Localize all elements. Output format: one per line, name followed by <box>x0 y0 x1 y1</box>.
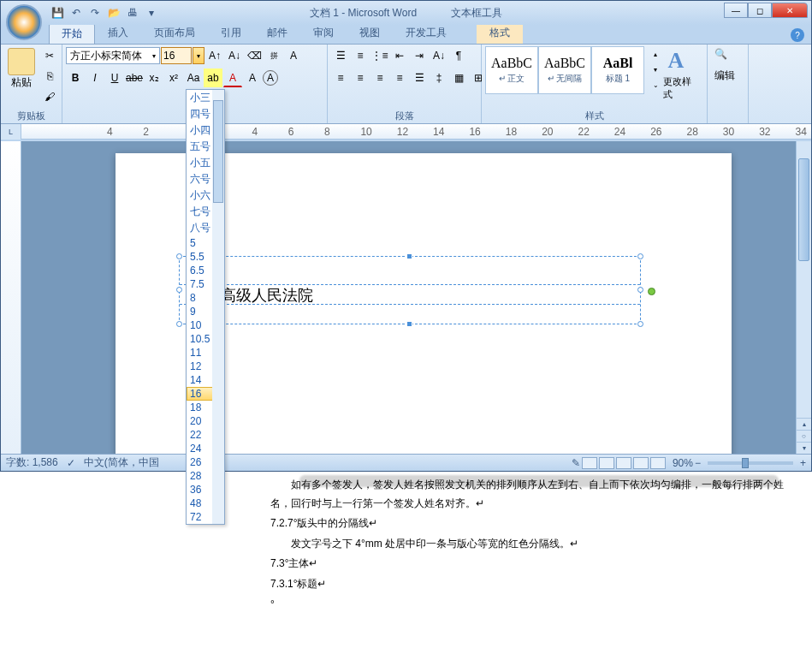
format-painter-icon[interactable]: 🖌 <box>40 87 59 106</box>
tab-mailings[interactable]: 邮件 <box>254 22 300 44</box>
tab-developer[interactable]: 开发工具 <box>393 22 459 44</box>
grow-font-icon[interactable]: A↑ <box>205 46 224 65</box>
editing-button[interactable]: 🔍 编辑 <box>711 46 738 85</box>
italic-button[interactable]: I <box>86 68 104 87</box>
distribute-icon[interactable]: ☰ <box>410 68 429 87</box>
view-fullscreen-icon[interactable] <box>599 457 614 469</box>
numbering-icon[interactable]: ≡ <box>351 46 370 65</box>
dropdown-scrollbar[interactable] <box>212 90 224 524</box>
save-icon[interactable]: 💾 <box>49 4 66 21</box>
cut-icon[interactable]: ✂ <box>40 46 59 65</box>
browse-object-icon[interactable]: ○ <box>797 430 811 442</box>
group-paragraph-label: 段落 <box>328 110 481 122</box>
track-changes-icon[interactable]: ✎ <box>572 457 580 469</box>
paste-label: 粘贴 <box>11 75 32 90</box>
shrink-font-icon[interactable]: A↓ <box>225 46 244 65</box>
multilevel-icon[interactable]: ⋮≡ <box>370 46 389 65</box>
titlebar: 💾 ↶ ↷ 📂 🖶 ▾ 文档 1 - Microsoft Word 文本框工具 … <box>1 1 811 25</box>
maximize-button[interactable]: ◻ <box>748 3 772 18</box>
tab-insert[interactable]: 插入 <box>95 22 141 44</box>
redo-icon[interactable]: ↷ <box>86 4 104 21</box>
ribbon-tabs: 开始 插入 页面布局 引用 邮件 审阅 视图 开发工具 格式 <box>1 25 811 44</box>
strike-button[interactable]: abe <box>125 68 144 87</box>
align-left-icon[interactable]: ≡ <box>331 68 350 87</box>
print-icon[interactable]: 🖶 <box>124 4 141 21</box>
close-button[interactable]: ✕ <box>772 3 808 18</box>
font-size-dropdown[interactable]: 小三四号小四五号小五六号小六七号八号55.56.57.5891010.51112… <box>186 89 225 525</box>
zoom-in-icon[interactable]: + <box>800 457 806 469</box>
office-button[interactable] <box>6 4 42 40</box>
scrollbar-thumb[interactable] <box>798 158 809 261</box>
change-styles-icon: A <box>668 48 696 75</box>
undo-icon[interactable]: ↶ <box>68 4 85 21</box>
font-family-select[interactable]: 方正小标宋简体▾ <box>66 47 160 64</box>
rotate-handle[interactable] <box>648 288 655 295</box>
view-print-icon[interactable] <box>582 457 597 469</box>
word-count[interactable]: 字数: 1,586 <box>6 455 58 470</box>
tab-home[interactable]: 开始 <box>49 23 95 44</box>
paste-button[interactable]: 粘贴 <box>4 46 39 92</box>
minimize-button[interactable]: — <box>724 3 748 18</box>
tab-layout[interactable]: 页面布局 <box>141 22 208 44</box>
open-icon[interactable]: 📂 <box>105 4 122 21</box>
view-web-icon[interactable] <box>616 457 631 469</box>
tab-references[interactable]: 引用 <box>208 22 254 44</box>
char-border-icon[interactable]: A <box>284 46 303 65</box>
phonetic-icon[interactable]: 拼 <box>264 46 283 65</box>
language-status[interactable]: 中文(简体，中国 <box>84 455 159 470</box>
font-size-dropdown-button[interactable]: ▾ <box>193 47 204 64</box>
style-normal[interactable]: AaBbC↵ 正文 <box>485 46 538 94</box>
style-heading1[interactable]: AaBl标题 1 <box>591 46 644 94</box>
justify-icon[interactable]: ≡ <box>390 68 409 87</box>
spell-check-icon[interactable]: ✓ <box>67 457 75 469</box>
clear-format-icon[interactable]: ⌫ <box>245 46 264 65</box>
group-clipboard-label: 剪贴板 <box>1 110 62 122</box>
textbox-content[interactable]: 高级人民法院 <box>180 284 640 305</box>
style-gallery[interactable]: AaBbC↵ 正文 AaBbC↵ 无间隔 AaBl标题 1 <box>485 46 644 94</box>
zoom-level[interactable]: 90% <box>673 457 693 469</box>
ruler-corner[interactable]: L <box>1 124 21 140</box>
quick-access-toolbar: 💾 ↶ ↷ 📂 🖶 ▾ <box>49 4 160 21</box>
view-draft-icon[interactable] <box>650 457 666 469</box>
group-styles-label: 样式 <box>482 110 707 122</box>
style-nospacing[interactable]: AaBbC↵ 无间隔 <box>538 46 591 94</box>
window-title: 文档 1 - Microsoft Word <box>310 6 417 21</box>
ruler-vertical[interactable] <box>1 141 21 454</box>
enclose-char-button[interactable]: A <box>263 70 278 86</box>
align-right-icon[interactable]: ≡ <box>370 68 389 87</box>
zoom-slider[interactable] <box>708 461 793 465</box>
line-spacing-icon[interactable]: ‡ <box>430 68 448 87</box>
textbox-selected[interactable]: 高级人民法院 <box>179 256 641 324</box>
document-area: 高级人民法院 ▴ ○ ▾ <box>1 141 811 454</box>
qat-more-icon[interactable]: ▾ <box>143 4 160 21</box>
subscript-button[interactable]: x₂ <box>145 68 163 87</box>
show-marks-icon[interactable]: ¶ <box>449 46 468 65</box>
scrollbar-vertical[interactable]: ▴ ○ ▾ <box>796 141 811 454</box>
prev-page-icon[interactable]: ▴ <box>797 418 811 430</box>
font-color-button[interactable]: A <box>223 68 242 87</box>
sort-icon[interactable]: A↓ <box>430 46 448 65</box>
help-icon[interactable]: ? <box>791 28 804 42</box>
change-styles-button[interactable]: A 更改样式 <box>660 46 703 103</box>
next-page-icon[interactable]: ▾ <box>797 442 811 454</box>
font-size-select[interactable]: 16 <box>161 47 192 64</box>
indent-dec-icon[interactable]: ⇤ <box>390 46 409 65</box>
shading-icon[interactable]: ▦ <box>449 68 468 87</box>
char-shading-button[interactable]: A <box>243 68 262 87</box>
ruler-horizontal[interactable]: L 42246810121416182022242628303234 <box>1 124 811 140</box>
align-center-icon[interactable]: ≡ <box>351 68 370 87</box>
change-case-button[interactable]: Aa <box>184 68 203 87</box>
underline-button[interactable]: U <box>105 68 124 87</box>
bold-button[interactable]: B <box>66 68 85 87</box>
external-document-text: 如有多个签发人，签发人姓名按照发文机关的排列顺序从左到右、自上而下依次均匀编排，… <box>270 476 792 615</box>
superscript-button[interactable]: x² <box>164 68 183 87</box>
bullets-icon[interactable]: ☰ <box>331 46 350 65</box>
tab-view[interactable]: 视图 <box>347 22 393 44</box>
copy-icon[interactable]: ⎘ <box>40 67 59 86</box>
highlight-button[interactable]: ab <box>204 68 222 87</box>
tab-format[interactable]: 格式 <box>477 22 523 44</box>
indent-inc-icon[interactable]: ⇥ <box>410 46 429 65</box>
zoom-out-icon[interactable]: − <box>695 457 701 469</box>
tab-review[interactable]: 审阅 <box>300 22 347 44</box>
view-outline-icon[interactable] <box>633 457 649 469</box>
